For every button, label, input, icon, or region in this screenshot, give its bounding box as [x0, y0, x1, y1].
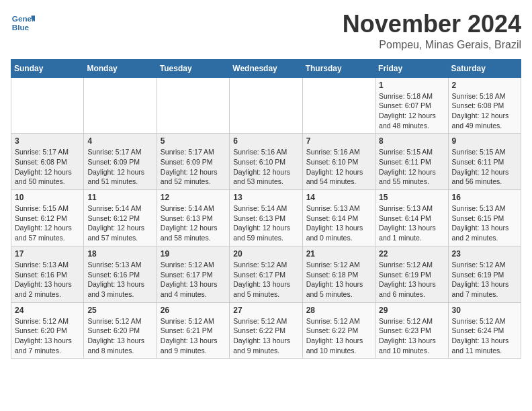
calendar-cell	[11, 77, 84, 134]
calendar-cell: 25Sunrise: 5:12 AM Sunset: 6:20 PM Dayli…	[84, 302, 157, 359]
calendar-cell: 23Sunrise: 5:12 AM Sunset: 6:19 PM Dayli…	[448, 246, 521, 302]
day-number: 4	[87, 136, 152, 146]
calendar-cell: 4Sunrise: 5:17 AM Sunset: 6:09 PM Daylig…	[84, 134, 157, 190]
day-info: Sunrise: 5:18 AM Sunset: 6:08 PM Dayligh…	[452, 91, 517, 131]
calendar-cell: 29Sunrise: 5:12 AM Sunset: 6:23 PM Dayli…	[375, 302, 448, 359]
day-info: Sunrise: 5:15 AM Sunset: 6:11 PM Dayligh…	[452, 147, 517, 187]
calendar-week-row: 17Sunrise: 5:13 AM Sunset: 6:16 PM Dayli…	[11, 246, 521, 302]
day-number: 16	[452, 193, 517, 202]
calendar-cell: 11Sunrise: 5:14 AM Sunset: 6:12 PM Dayli…	[84, 190, 157, 246]
calendar-cell: 26Sunrise: 5:12 AM Sunset: 6:21 PM Dayli…	[157, 302, 229, 359]
day-number: 22	[379, 249, 444, 259]
day-info: Sunrise: 5:18 AM Sunset: 6:07 PM Dayligh…	[379, 91, 444, 131]
day-info: Sunrise: 5:12 AM Sunset: 6:20 PM Dayligh…	[87, 316, 152, 356]
day-number: 3	[15, 136, 80, 146]
calendar-cell: 1Sunrise: 5:18 AM Sunset: 6:07 PM Daylig…	[375, 77, 448, 134]
calendar-cell: 3Sunrise: 5:17 AM Sunset: 6:08 PM Daylig…	[11, 134, 84, 190]
day-info: Sunrise: 5:17 AM Sunset: 6:09 PM Dayligh…	[161, 147, 226, 187]
calendar-cell: 2Sunrise: 5:18 AM Sunset: 6:08 PM Daylig…	[448, 77, 521, 134]
weekday-header: Monday	[84, 59, 157, 77]
calendar-cell	[302, 77, 375, 134]
weekday-header: Thursday	[302, 59, 375, 77]
calendar-cell: 15Sunrise: 5:13 AM Sunset: 6:14 PM Dayli…	[375, 190, 448, 246]
day-number: 19	[161, 249, 226, 259]
calendar-cell: 19Sunrise: 5:12 AM Sunset: 6:17 PM Dayli…	[157, 246, 229, 302]
day-number: 26	[161, 306, 226, 315]
calendar-week-row: 10Sunrise: 5:15 AM Sunset: 6:12 PM Dayli…	[11, 190, 521, 246]
day-number: 2	[452, 81, 517, 90]
calendar-cell: 8Sunrise: 5:15 AM Sunset: 6:11 PM Daylig…	[375, 134, 448, 190]
day-number: 8	[379, 136, 444, 146]
day-number: 28	[306, 306, 371, 315]
weekday-header: Wednesday	[230, 59, 302, 77]
calendar-cell: 18Sunrise: 5:13 AM Sunset: 6:16 PM Dayli…	[84, 246, 157, 302]
day-number: 17	[15, 249, 80, 259]
calendar-cell: 12Sunrise: 5:14 AM Sunset: 6:13 PM Dayli…	[157, 190, 229, 246]
day-number: 7	[306, 136, 371, 146]
day-info: Sunrise: 5:16 AM Sunset: 6:10 PM Dayligh…	[306, 147, 371, 187]
calendar-header: SundayMondayTuesdayWednesdayThursdayFrid…	[11, 59, 521, 77]
calendar-week-row: 1Sunrise: 5:18 AM Sunset: 6:07 PM Daylig…	[11, 77, 521, 134]
day-info: Sunrise: 5:14 AM Sunset: 6:13 PM Dayligh…	[233, 203, 298, 243]
logo: General Blue General Blue	[11, 11, 35, 35]
day-info: Sunrise: 5:12 AM Sunset: 6:22 PM Dayligh…	[233, 316, 298, 356]
calendar-cell: 16Sunrise: 5:13 AM Sunset: 6:15 PM Dayli…	[448, 190, 521, 246]
day-info: Sunrise: 5:15 AM Sunset: 6:11 PM Dayligh…	[379, 147, 444, 187]
calendar-body: 1Sunrise: 5:18 AM Sunset: 6:07 PM Daylig…	[11, 77, 521, 359]
day-info: Sunrise: 5:12 AM Sunset: 6:17 PM Dayligh…	[233, 260, 298, 300]
calendar-cell: 22Sunrise: 5:12 AM Sunset: 6:19 PM Dayli…	[375, 246, 448, 302]
location: Pompeu, Minas Gerais, Brazil	[343, 39, 521, 51]
day-info: Sunrise: 5:13 AM Sunset: 6:16 PM Dayligh…	[15, 260, 80, 300]
day-number: 30	[452, 306, 517, 315]
day-number: 29	[379, 306, 444, 315]
day-info: Sunrise: 5:13 AM Sunset: 6:14 PM Dayligh…	[306, 203, 371, 243]
day-number: 5	[161, 136, 226, 146]
day-number: 9	[452, 136, 517, 146]
logo-icon: General Blue	[11, 11, 35, 35]
day-info: Sunrise: 5:15 AM Sunset: 6:12 PM Dayligh…	[15, 203, 80, 243]
calendar-week-row: 24Sunrise: 5:12 AM Sunset: 6:20 PM Dayli…	[11, 302, 521, 359]
day-number: 15	[379, 193, 444, 202]
title-block: November 2024 Pompeu, Minas Gerais, Braz…	[343, 11, 521, 51]
calendar-cell: 10Sunrise: 5:15 AM Sunset: 6:12 PM Dayli…	[11, 190, 84, 246]
day-info: Sunrise: 5:17 AM Sunset: 6:08 PM Dayligh…	[15, 147, 80, 187]
day-number: 6	[233, 136, 298, 146]
weekday-header: Sunday	[11, 59, 84, 77]
calendar-cell: 9Sunrise: 5:15 AM Sunset: 6:11 PM Daylig…	[448, 134, 521, 190]
day-number: 13	[233, 193, 298, 202]
day-info: Sunrise: 5:12 AM Sunset: 6:17 PM Dayligh…	[161, 260, 226, 300]
day-number: 18	[87, 249, 152, 259]
calendar-cell: 7Sunrise: 5:16 AM Sunset: 6:10 PM Daylig…	[302, 134, 375, 190]
day-number: 21	[306, 249, 371, 259]
weekday-header: Saturday	[448, 59, 521, 77]
month-title: November 2024	[343, 11, 521, 38]
calendar-cell: 21Sunrise: 5:12 AM Sunset: 6:18 PM Dayli…	[302, 246, 375, 302]
calendar-week-row: 3Sunrise: 5:17 AM Sunset: 6:08 PM Daylig…	[11, 134, 521, 190]
day-info: Sunrise: 5:17 AM Sunset: 6:09 PM Dayligh…	[87, 147, 152, 187]
day-info: Sunrise: 5:12 AM Sunset: 6:22 PM Dayligh…	[306, 316, 371, 356]
calendar-cell: 30Sunrise: 5:12 AM Sunset: 6:24 PM Dayli…	[448, 302, 521, 359]
calendar-table: SundayMondayTuesdayWednesdayThursdayFrid…	[11, 59, 521, 359]
day-number: 12	[161, 193, 226, 202]
day-number: 27	[233, 306, 298, 315]
calendar-cell: 27Sunrise: 5:12 AM Sunset: 6:22 PM Dayli…	[230, 302, 302, 359]
day-info: Sunrise: 5:13 AM Sunset: 6:15 PM Dayligh…	[452, 203, 517, 243]
calendar-cell: 28Sunrise: 5:12 AM Sunset: 6:22 PM Dayli…	[302, 302, 375, 359]
day-info: Sunrise: 5:14 AM Sunset: 6:13 PM Dayligh…	[161, 203, 226, 243]
day-info: Sunrise: 5:12 AM Sunset: 6:18 PM Dayligh…	[306, 260, 371, 300]
day-number: 23	[452, 249, 517, 259]
day-number: 25	[87, 306, 152, 315]
day-info: Sunrise: 5:12 AM Sunset: 6:19 PM Dayligh…	[452, 260, 517, 300]
calendar-cell: 6Sunrise: 5:16 AM Sunset: 6:10 PM Daylig…	[230, 134, 302, 190]
svg-text:Blue: Blue	[12, 23, 30, 32]
day-number: 10	[15, 193, 80, 202]
calendar-cell: 20Sunrise: 5:12 AM Sunset: 6:17 PM Dayli…	[230, 246, 302, 302]
calendar-cell: 17Sunrise: 5:13 AM Sunset: 6:16 PM Dayli…	[11, 246, 84, 302]
weekday-header: Tuesday	[157, 59, 229, 77]
day-number: 24	[15, 306, 80, 315]
day-info: Sunrise: 5:12 AM Sunset: 6:24 PM Dayligh…	[452, 316, 517, 356]
weekday-header: Friday	[375, 59, 448, 77]
calendar-cell: 24Sunrise: 5:12 AM Sunset: 6:20 PM Dayli…	[11, 302, 84, 359]
weekday-row: SundayMondayTuesdayWednesdayThursdayFrid…	[11, 59, 521, 77]
day-info: Sunrise: 5:16 AM Sunset: 6:10 PM Dayligh…	[233, 147, 298, 187]
